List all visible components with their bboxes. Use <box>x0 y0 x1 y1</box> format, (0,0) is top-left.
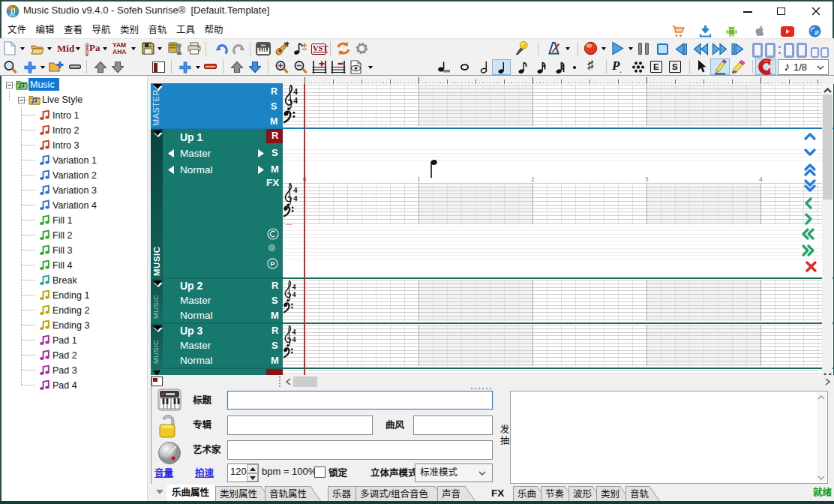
svg-text:P: P <box>270 260 274 268</box>
